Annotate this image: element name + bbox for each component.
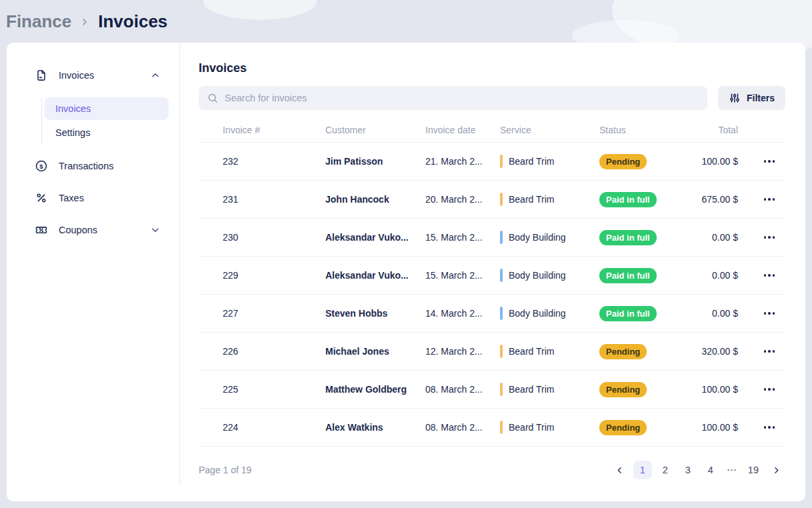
service-color-bar (500, 155, 503, 168)
sidebar-subitem-invoices[interactable]: Invoices (45, 97, 169, 120)
pagination-prev-button[interactable] (611, 461, 629, 479)
sidebar-item-transactions[interactable]: $ Transactions (35, 156, 161, 176)
status-badge: Pending (599, 154, 647, 169)
invoice-total: 0.00 $ (679, 232, 738, 243)
chevron-down-icon[interactable] (150, 225, 161, 235)
pagination-page-3[interactable]: 3 (679, 461, 697, 479)
breadcrumb-parent[interactable]: Finance (6, 11, 71, 32)
service-cell: Beard Trim (500, 155, 599, 168)
table-row[interactable]: 229 Aleksandar Vuko... 15. March 2... Bo… (199, 257, 785, 295)
status-cell: Paid in full (599, 192, 679, 207)
customer-name: Jim Patisson (325, 156, 425, 167)
sidebar-item-coupons[interactable]: Coupons (35, 220, 161, 240)
search-icon (207, 92, 219, 104)
service-cell: Body Building (500, 231, 599, 244)
table-row[interactable]: 224 Alex Watkins 08. March 2... Beard Tr… (199, 409, 785, 447)
column-header-customer: Customer (325, 125, 425, 135)
service-name: Body Building (509, 308, 566, 319)
status-cell: Pending (599, 154, 679, 169)
invoice-date: 15. March 2... (425, 270, 500, 281)
sidebar-item-label: Invoices (59, 70, 94, 81)
more-actions-button[interactable] (761, 156, 778, 167)
status-badge: Paid in full (599, 192, 657, 207)
more-actions-button[interactable] (761, 308, 778, 319)
status-cell: Paid in full (599, 306, 679, 321)
search-input[interactable] (225, 93, 699, 103)
more-actions-button[interactable] (761, 194, 778, 205)
pagination-page-4[interactable]: 4 (701, 461, 720, 479)
invoice-date: 20. March 2... (425, 194, 500, 205)
service-color-bar (500, 269, 503, 282)
pagination: Page 1 of 19 1 2 3 4 ⋯ 19 (199, 447, 785, 479)
invoice-number: 226 (199, 346, 325, 357)
service-cell: Beard Trim (500, 383, 599, 396)
invoice-date: 12. March 2... (425, 346, 500, 357)
search-box[interactable] (199, 86, 707, 110)
service-name: Body Building (509, 232, 566, 243)
invoice-number: 230 (199, 232, 325, 243)
sidebar-item-taxes[interactable]: Taxes (35, 188, 161, 208)
service-color-bar (500, 345, 503, 358)
invoice-total: 0.00 $ (679, 308, 738, 319)
table-row[interactable]: 226 Michael Jones 12. March 2... Beard T… (199, 333, 785, 371)
status-badge: Pending (599, 344, 647, 359)
status-badge: Pending (599, 382, 647, 397)
service-name: Beard Trim (509, 384, 554, 395)
status-cell: Paid in full (599, 268, 679, 283)
table-row[interactable]: 225 Matthew Goldberg 08. March 2... Bear… (199, 371, 785, 409)
page-title: Invoices (199, 61, 785, 75)
pagination-page-1[interactable]: 1 (633, 461, 652, 479)
sidebar-invoices-subtree: Invoices Settings (41, 97, 169, 144)
table-row[interactable]: 232 Jim Patisson 21. March 2... Beard Tr… (199, 143, 785, 181)
more-actions-button[interactable] (761, 422, 778, 433)
customer-name: Aleksandar Vuko... (325, 270, 425, 281)
invoice-total: 675.00 $ (679, 194, 738, 205)
customer-name: Matthew Goldberg (325, 384, 425, 395)
service-color-bar (500, 383, 503, 396)
service-cell: Body Building (500, 307, 599, 320)
status-cell: Pending (599, 344, 679, 359)
invoice-total: 100.00 $ (679, 384, 738, 395)
status-cell: Pending (599, 420, 679, 435)
table-row[interactable]: 227 Steven Hobbs 14. March 2... Body Bui… (199, 295, 785, 333)
transactions-icon: $ (35, 159, 48, 173)
invoice-number: 232 (199, 156, 325, 167)
invoice-number: 224 (199, 422, 325, 433)
invoice-number: 231 (199, 194, 325, 205)
pagination-ellipsis: ⋯ (724, 464, 740, 476)
taxes-icon (35, 191, 48, 205)
coupons-icon (35, 223, 48, 237)
pagination-page-19[interactable]: 19 (744, 461, 763, 479)
chevron-up-icon[interactable] (150, 70, 161, 81)
pagination-page-2[interactable]: 2 (656, 461, 675, 479)
table-row[interactable]: 230 Aleksandar Vuko... 15. March 2... Bo… (199, 219, 785, 257)
status-badge: Paid in full (599, 268, 657, 283)
filters-button[interactable]: Filters (718, 86, 785, 110)
sidebar: Invoices Invoices Settings $ Transaction… (7, 43, 180, 485)
service-name: Beard Trim (509, 346, 554, 357)
customer-name: John Hancock (325, 194, 425, 205)
column-header-service: Service (500, 125, 599, 135)
sidebar-item-label: Coupons (59, 225, 97, 235)
status-badge: Pending (599, 420, 647, 435)
service-color-bar (500, 421, 503, 434)
service-color-bar (500, 307, 503, 320)
sidebar-item-invoices[interactable]: Invoices (35, 65, 161, 85)
pagination-next-button[interactable] (767, 461, 785, 479)
invoice-total: 100.00 $ (679, 422, 738, 433)
more-actions-button[interactable] (761, 232, 778, 243)
more-actions-button[interactable] (761, 270, 778, 281)
more-actions-button[interactable] (761, 346, 778, 357)
sidebar-item-label: Transactions (59, 161, 113, 171)
column-header-invoice: Invoice # (199, 125, 325, 135)
svg-text:$: $ (39, 163, 43, 170)
invoice-total: 100.00 $ (679, 156, 738, 167)
chevron-right-icon (79, 17, 90, 27)
customer-name: Steven Hobbs (325, 308, 425, 319)
invoice-date: 14. March 2... (425, 308, 500, 319)
more-actions-button[interactable] (761, 384, 778, 395)
sidebar-subitem-settings[interactable]: Settings (45, 121, 169, 144)
invoice-total: 0.00 $ (679, 270, 738, 281)
table-row[interactable]: 231 John Hancock 20. March 2... Beard Tr… (199, 181, 785, 219)
status-badge: Paid in full (599, 306, 657, 321)
